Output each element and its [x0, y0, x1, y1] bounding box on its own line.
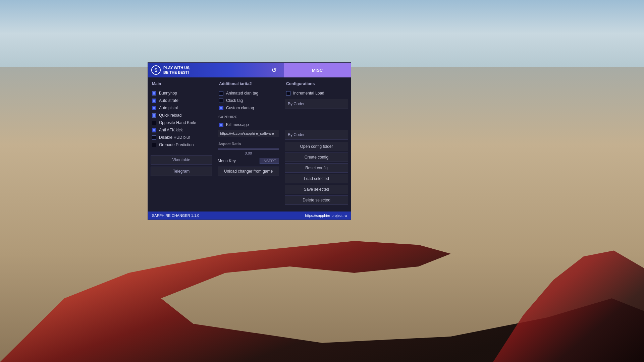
footer: SAPPHIRE CHANGER 1.1.0 https://sapphire-…: [148, 212, 351, 220]
additional-column-title: Additional iarita2: [218, 81, 279, 86]
animated-clan-tag-checkbox[interactable]: [219, 91, 223, 96]
save-selected-button[interactable]: Save selected: [285, 185, 348, 194]
animated-clan-tag-label: Animated clan tag: [226, 91, 258, 96]
additional-column: Additional iarita2 Animated clan tag Clo…: [215, 77, 282, 212]
opposite-hand-knife-checkbox[interactable]: [152, 121, 156, 125]
load-selected-button[interactable]: Load selected: [285, 174, 348, 183]
bunnyhop-checkbox[interactable]: [152, 91, 156, 96]
by-coder-text-2: By Coder: [288, 132, 305, 137]
grenade-prediction-item[interactable]: Grenade Prediction: [151, 141, 212, 148]
menu-key-badge[interactable]: INSERT: [260, 158, 279, 164]
reset-config-button[interactable]: Reset config: [285, 163, 348, 173]
vkontakte-button[interactable]: Vkontakte: [151, 155, 212, 165]
delete-selected-button[interactable]: Delete selected: [285, 195, 348, 205]
anti-afk-kick-item[interactable]: Anti AFK kick: [151, 126, 212, 134]
menu-key-label: Menu Key: [218, 159, 236, 163]
quick-reload-item[interactable]: Quick reload: [151, 112, 212, 119]
aspect-ratio-label: Aspect Ratio: [218, 142, 279, 146]
opposite-hand-knife-item[interactable]: Opposite Hand Knife: [151, 119, 212, 126]
auto-strafe-label: Auto strafe: [159, 98, 178, 103]
header: S PLAY WITH US, BE THE BEST! ↺ MISC: [148, 63, 351, 77]
anti-afk-kick-label: Anti AFK kick: [159, 128, 183, 132]
custom-clantag-label: Custom clantag: [226, 106, 254, 110]
header-tagline-line1: PLAY WITH US,: [163, 65, 191, 70]
disable-hud-blur-item[interactable]: Disable HUD blur: [151, 134, 212, 141]
main-column-title: Main: [151, 81, 212, 86]
footer-url: https://sapphire-project.ru: [305, 214, 347, 218]
auto-pistol-checkbox[interactable]: [152, 106, 156, 110]
kill-message-item[interactable]: Kill message: [218, 121, 279, 128]
auto-strafe-item[interactable]: Auto strafe: [151, 97, 212, 104]
by-coder-box-2[interactable]: By Coder: [285, 130, 348, 140]
incremental-load-item[interactable]: Incremental Load: [285, 89, 348, 97]
auto-strafe-checkbox[interactable]: [152, 99, 156, 103]
unload-button[interactable]: Unload changer from game: [218, 167, 279, 176]
logo-letter: S: [154, 67, 157, 73]
incremental-load-checkbox[interactable]: [286, 91, 290, 96]
swirl-icon: ↺: [265, 63, 284, 77]
bunnyhop-item[interactable]: Bunnyhop: [151, 89, 212, 97]
anti-afk-kick-checkbox[interactable]: [152, 128, 156, 132]
url-input[interactable]: [218, 130, 279, 137]
config-column: Configurations Incremental Load By Coder…: [282, 77, 351, 212]
quick-reload-label: Quick reload: [159, 113, 181, 118]
custom-clantag-item[interactable]: Custom clantag: [218, 104, 279, 112]
kill-message-checkbox[interactable]: [219, 123, 223, 127]
misc-tab[interactable]: MISC: [284, 63, 351, 77]
header-logo-area: S PLAY WITH US, BE THE BEST!: [148, 63, 265, 77]
sapphire-section-label: SAPPHIRE: [218, 115, 279, 119]
disable-hud-blur-label: Disable HUD blur: [159, 135, 190, 140]
config-column-title: Configurations: [285, 81, 348, 86]
auto-pistol-item[interactable]: Auto pistol: [151, 104, 212, 112]
custom-clantag-checkbox[interactable]: [219, 106, 223, 110]
header-tagline-line2: BE THE BEST!: [163, 70, 191, 75]
incremental-load-label: Incremental Load: [293, 91, 324, 96]
create-config-button[interactable]: Create config: [285, 153, 348, 162]
auto-pistol-label: Auto pistol: [159, 106, 178, 110]
logo-icon: S: [151, 65, 161, 75]
kill-message-label: Kill message: [226, 122, 249, 127]
disable-hud-blur-checkbox[interactable]: [152, 135, 156, 140]
by-coder-box-1: By Coder: [285, 99, 348, 109]
clock-tag-label: Clock tag: [226, 98, 243, 103]
grenade-prediction-label: Grenade Prediction: [159, 142, 194, 147]
by-coder-text-1: By Coder: [288, 102, 305, 106]
content-area: Main Bunnyhop Auto strafe Auto pistol: [148, 77, 351, 212]
aspect-slider-value: 0.00: [218, 151, 279, 155]
animated-clan-tag-item[interactable]: Animated clan tag: [218, 89, 279, 97]
aspect-slider-container: 0.00: [218, 148, 279, 155]
aspect-slider-track[interactable]: [218, 148, 279, 150]
footer-version: SAPPHIRE CHANGER 1.1.0: [152, 214, 199, 218]
bunnyhop-label: Bunnyhop: [159, 91, 177, 96]
opposite-hand-knife-label: Opposite Hand Knife: [159, 120, 196, 125]
telegram-button[interactable]: Telegram: [151, 167, 212, 176]
grenade-prediction-checkbox[interactable]: [152, 143, 156, 147]
quick-reload-checkbox[interactable]: [152, 113, 156, 118]
clock-tag-checkbox[interactable]: [219, 99, 223, 103]
clock-tag-item[interactable]: Clock tag: [218, 97, 279, 104]
main-column: Main Bunnyhop Auto strafe Auto pistol: [148, 77, 215, 212]
main-panel: S PLAY WITH US, BE THE BEST! ↺ MISC Main: [148, 62, 351, 220]
menu-key-row: Menu Key INSERT: [218, 158, 279, 164]
open-config-folder-button[interactable]: Open config folder: [285, 142, 348, 151]
